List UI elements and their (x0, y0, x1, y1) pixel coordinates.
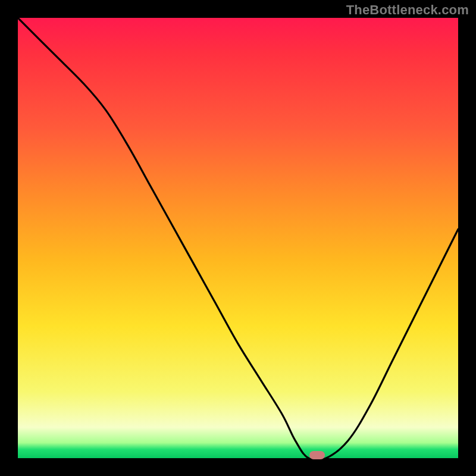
watermark-text: TheBottleneck.com (346, 2, 469, 18)
optimal-marker (309, 451, 325, 459)
outer-frame: TheBottleneck.com (0, 0, 476, 476)
curve-path (18, 18, 458, 458)
plot-area (18, 18, 458, 458)
bottleneck-curve (18, 18, 458, 458)
